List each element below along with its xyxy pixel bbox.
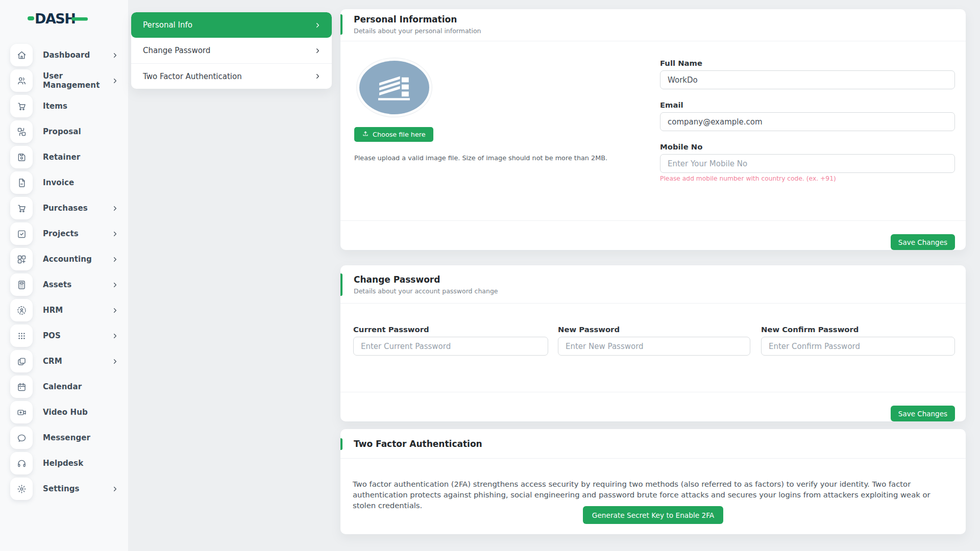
company-avatar xyxy=(359,61,429,114)
email-field-group: Email xyxy=(660,101,955,131)
choose-file-label: Choose file here xyxy=(373,131,426,138)
cart-icon xyxy=(10,95,33,117)
mobile-input[interactable] xyxy=(660,154,955,173)
chevron-right-icon xyxy=(314,21,322,29)
personal-info-header: Personal Information Details about your … xyxy=(340,9,966,41)
overlap-squares-icon xyxy=(10,350,33,372)
mobile-label: Mobile No xyxy=(660,142,955,151)
email-input[interactable] xyxy=(660,112,955,131)
menu-item-change-password[interactable]: Change Password xyxy=(131,38,332,63)
two-factor-header: Two Factor Authentication xyxy=(340,429,966,459)
sidebar-item-label: Retainer xyxy=(43,153,80,162)
chevron-right-icon xyxy=(111,307,119,314)
sidebar-item-label: User Management xyxy=(43,71,111,90)
card-subtitle: Details about your personal information xyxy=(354,27,953,35)
sidebar-item-label: Invoice xyxy=(43,178,74,187)
current-password-label: Current Password xyxy=(353,325,548,334)
current-password-input[interactable] xyxy=(353,337,548,356)
sidebar-item-proposal[interactable]: Proposal xyxy=(10,120,123,143)
sidebar-item-label: Calendar xyxy=(43,382,82,391)
menu-item-label: Two Factor Authentication xyxy=(143,72,242,81)
sidebar-item-user-management[interactable]: User Management xyxy=(10,69,123,92)
new-password-label: New Password xyxy=(558,325,750,334)
sidebar-item-purchases[interactable]: Purchases xyxy=(10,197,123,219)
calculator-icon xyxy=(10,273,33,296)
home-icon xyxy=(10,44,33,66)
change-password-header: Change Password Details about your accou… xyxy=(340,265,966,304)
email-label: Email xyxy=(660,101,955,109)
upload-hint: Please upload a valid image file. Size o… xyxy=(354,154,607,162)
sidebar-item-retainer[interactable]: Retainer xyxy=(10,146,123,168)
sidebar-item-label: CRM xyxy=(43,357,62,366)
two-factor-button-row: Generate Secret Key to Enable 2FA xyxy=(340,506,966,524)
confirm-password-group: New Confirm Password xyxy=(761,325,955,356)
gear-icon xyxy=(10,478,33,500)
sidebar-item-assets[interactable]: Assets xyxy=(10,273,123,296)
change-password-footer: Save Changes xyxy=(340,392,966,421)
settings-menu: Personal Info Change Password Two Factor… xyxy=(131,12,332,89)
two-factor-card: Two Factor Authentication Two factor aut… xyxy=(340,429,966,534)
menu-item-personal-info[interactable]: Personal Info xyxy=(131,12,332,38)
sidebar-item-label: Messenger xyxy=(43,433,90,442)
menu-item-two-factor[interactable]: Two Factor Authentication xyxy=(131,63,332,89)
current-password-group: Current Password xyxy=(353,325,548,356)
proposal-icon xyxy=(10,120,33,143)
calendar-icon xyxy=(10,375,33,398)
sidebar-item-helpdesk[interactable]: Helpdesk xyxy=(10,452,123,474)
sidebar-item-label: Video Hub xyxy=(43,408,88,417)
chevron-right-icon xyxy=(111,77,119,85)
users-icon xyxy=(10,69,33,92)
building-illustration xyxy=(375,72,414,104)
file-icon xyxy=(10,171,33,194)
full-name-field-group: Full Name xyxy=(660,59,955,89)
confirm-password-input[interactable] xyxy=(761,337,955,356)
upload-icon xyxy=(362,130,369,139)
sidebar-item-settings[interactable]: Settings xyxy=(10,478,123,500)
new-password-input[interactable] xyxy=(558,337,750,356)
cart-icon xyxy=(10,197,33,219)
save-changes-button[interactable]: Save Changes xyxy=(891,406,955,421)
choose-file-button[interactable]: Choose file here xyxy=(354,127,433,142)
change-password-card: Change Password Details about your accou… xyxy=(340,265,966,421)
chevron-right-icon xyxy=(111,332,119,340)
sidebar-item-hrm[interactable]: HRM xyxy=(10,299,123,321)
dots-grid-icon xyxy=(10,324,33,347)
sidebar-item-label: POS xyxy=(43,331,61,340)
full-name-input[interactable] xyxy=(660,70,955,89)
sidebar-item-pos[interactable]: POS xyxy=(10,324,123,347)
chevron-right-icon xyxy=(111,52,119,59)
video-camera-icon xyxy=(10,401,33,423)
sidebar-item-label: Assets xyxy=(43,280,71,289)
sidebar-item-video-hub[interactable]: Video Hub xyxy=(10,401,123,423)
chevron-right-icon xyxy=(111,281,119,289)
card-title: Personal Information xyxy=(354,14,953,24)
sidebar-item-messenger[interactable]: Messenger xyxy=(10,427,123,449)
generate-secret-key-button[interactable]: Generate Secret Key to Enable 2FA xyxy=(583,506,723,524)
sidebar-item-projects[interactable]: Projects xyxy=(10,222,123,245)
sidebar-item-invoice[interactable]: Invoice xyxy=(10,171,123,194)
personal-info-card: Personal Information Details about your … xyxy=(340,9,966,250)
full-name-label: Full Name xyxy=(660,59,955,67)
sidebar-item-accounting[interactable]: Accounting xyxy=(10,248,123,270)
floppy-icon xyxy=(10,146,33,168)
sidebar: DASH Dashboard User Management Items Pro… xyxy=(0,0,128,551)
sidebar-item-crm[interactable]: CRM xyxy=(10,350,123,372)
headphones-icon xyxy=(10,452,33,474)
sidebar-item-items[interactable]: Items xyxy=(10,95,123,117)
personal-info-fields: Full Name Email Mobile No Please add mob… xyxy=(660,59,955,193)
menu-item-label: Change Password xyxy=(143,46,210,55)
sidebar-item-dashboard[interactable]: Dashboard xyxy=(10,44,123,66)
personal-info-footer: Save Changes xyxy=(340,220,966,250)
card-title: Change Password xyxy=(354,274,953,285)
save-changes-button[interactable]: Save Changes xyxy=(891,234,955,250)
person-circle-icon xyxy=(10,299,33,321)
sidebar-item-label: Proposal xyxy=(43,127,81,136)
chevron-right-icon xyxy=(111,205,119,212)
chevron-right-icon xyxy=(314,72,322,80)
sidebar-item-label: Dashboard xyxy=(43,51,90,60)
sidebar-item-label: Purchases xyxy=(43,204,88,213)
chevron-right-icon xyxy=(111,256,119,263)
sidebar-item-label: Items xyxy=(43,102,67,111)
confirm-password-label: New Confirm Password xyxy=(761,325,955,334)
sidebar-item-calendar[interactable]: Calendar xyxy=(10,375,123,398)
